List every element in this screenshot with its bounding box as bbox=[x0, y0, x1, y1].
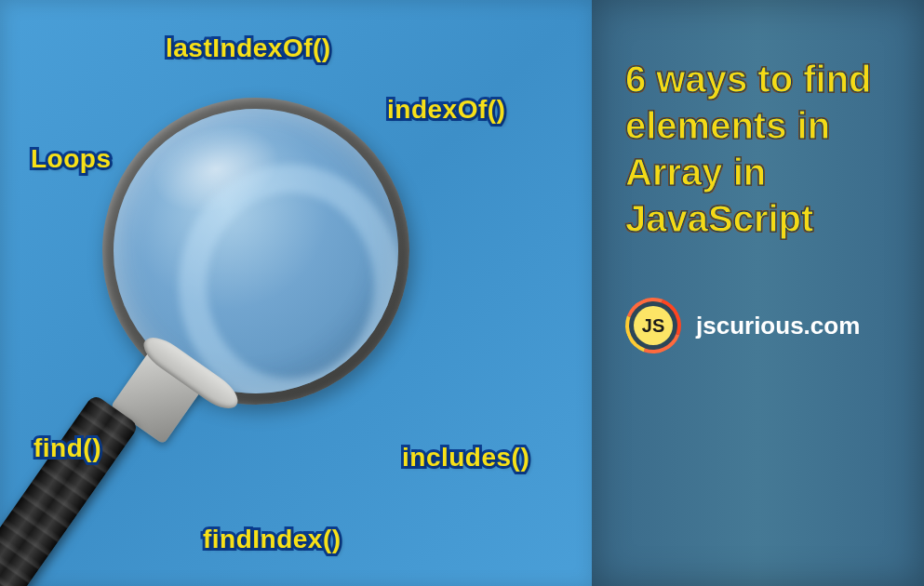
magnifying-glass-illustration bbox=[102, 98, 475, 586]
method-includes: includes() bbox=[402, 443, 529, 473]
method-find: find() bbox=[33, 433, 101, 463]
logo-text: JS bbox=[634, 306, 673, 345]
title-panel: 6 ways to find elements in Array in Java… bbox=[592, 0, 924, 586]
lens-ring bbox=[102, 98, 409, 405]
method-findindex: findIndex() bbox=[203, 525, 341, 554]
method-indexof: indexOf() bbox=[387, 95, 505, 125]
site-branding: JS jscurious.com bbox=[625, 298, 896, 353]
lens-glass bbox=[114, 109, 398, 393]
hero-image-panel: lastIndexOf() indexOf() Loops find() inc… bbox=[0, 0, 592, 586]
method-lastindexof: lastIndexOf() bbox=[166, 33, 331, 63]
article-title: 6 ways to find elements in Array in Java… bbox=[625, 56, 896, 242]
site-name: jscurious.com bbox=[696, 312, 860, 340]
handle bbox=[0, 393, 140, 586]
method-loops: Loops bbox=[31, 144, 112, 174]
logo-icon: JS bbox=[616, 288, 690, 363]
